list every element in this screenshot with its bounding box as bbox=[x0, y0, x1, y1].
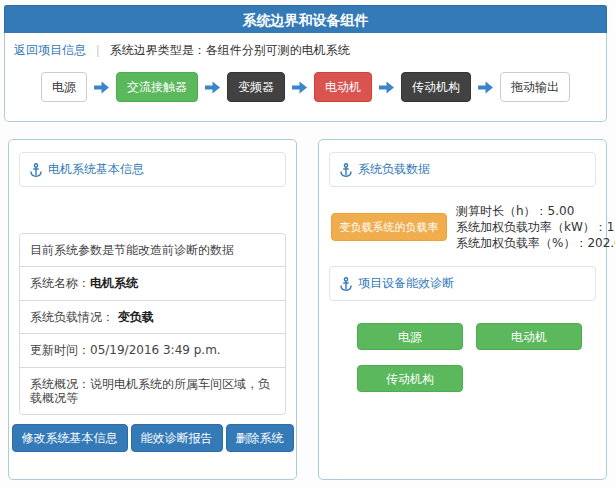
back-to-project-link[interactable]: 返回项目信息 bbox=[14, 42, 86, 59]
info-row-updated-time: 更新时间：05/19/2016 3:49 p.m. bbox=[20, 333, 285, 366]
system-load-panel: 系统负载数据 变负载系统的负载率 测算时长（h）：5.00 系统加权负载功率（k… bbox=[318, 139, 607, 480]
info-row-system-name: 系统名称：电机系统 bbox=[20, 266, 285, 299]
system-info-list: 目前系统参数是节能改造前诊断的数据 系统名称：电机系统 系统负载情况： 变负载 … bbox=[19, 233, 286, 415]
flow-node-motor[interactable]: 电动机 bbox=[314, 72, 372, 102]
section-title: 系统负载数据 bbox=[358, 161, 430, 178]
system-name-value: 电机系统 bbox=[90, 276, 138, 290]
equipment-diagnosis-header: 项目设备能效诊断 bbox=[329, 266, 596, 301]
motor-system-info-header: 电机系统基本信息 bbox=[19, 152, 286, 187]
stat-weighted-power: 系统加权负载功率（kW）：136.00 bbox=[456, 219, 615, 235]
info-row-note: 目前系统参数是节能改造前诊断的数据 bbox=[20, 234, 285, 266]
anchor-icon bbox=[30, 163, 42, 177]
system-actions: 修改系统基本信息 能效诊断报告 删除系统 bbox=[9, 424, 296, 452]
stat-weighted-load-rate: 系统加权负载率（%）：202.00 bbox=[456, 235, 615, 251]
efficiency-report-button[interactable]: 能效诊断报告 bbox=[131, 424, 223, 452]
arrow-right-icon bbox=[478, 81, 493, 94]
anchor-icon bbox=[340, 163, 352, 177]
page-title: 系统边界和设备组件 bbox=[4, 5, 607, 33]
component-flow-diagram: 电源 交流接触器 变频器 电动机 传动机构 拖动输出 bbox=[5, 72, 606, 102]
load-rate-section: 变负载系统的负载率 测算时长（h）：5.00 系统加权负载功率（kW）：136.… bbox=[331, 203, 598, 251]
load-condition-value: 变负载 bbox=[118, 310, 154, 324]
section-title: 电机系统基本信息 bbox=[48, 161, 144, 178]
flow-node-transmission[interactable]: 传动机构 bbox=[401, 72, 471, 102]
load-condition-label: 系统负载情况： bbox=[30, 310, 118, 324]
delete-system-button[interactable]: 删除系统 bbox=[226, 424, 294, 452]
flow-node-inverter[interactable]: 变频器 bbox=[227, 72, 285, 102]
edit-system-info-button[interactable]: 修改系统基本信息 bbox=[12, 424, 128, 452]
diagnose-motor-button[interactable]: 电动机 bbox=[476, 323, 582, 350]
flow-node-drag-output: 拖动输出 bbox=[500, 72, 570, 102]
stat-duration: 测算时长（h）：5.00 bbox=[456, 203, 615, 219]
system-name-label: 系统名称： bbox=[30, 276, 90, 290]
load-stats: 测算时长（h）：5.00 系统加权负载功率（kW）：136.00 系统加权负载率… bbox=[456, 203, 615, 251]
anchor-icon bbox=[340, 277, 352, 291]
diagnosis-buttons: 电源 电动机 传动机构 bbox=[357, 323, 589, 392]
system-boundary-body: 返回项目信息 ｜ 系统边界类型是：各组件分别可测的电机系统 电源 交流接触器 变… bbox=[4, 33, 607, 122]
diagnose-transmission-button[interactable]: 传动机构 bbox=[357, 365, 463, 392]
motor-system-info-panel: 电机系统基本信息 目前系统参数是节能改造前诊断的数据 系统名称：电机系统 系统负… bbox=[8, 139, 297, 480]
diagnose-power-supply-button[interactable]: 电源 bbox=[357, 323, 463, 350]
info-row-load-condition: 系统负载情况： 变负载 bbox=[20, 300, 285, 333]
system-load-header: 系统负载数据 bbox=[329, 152, 596, 187]
section-title: 项目设备能效诊断 bbox=[358, 275, 454, 292]
variable-load-rate-button[interactable]: 变负载系统的负载率 bbox=[331, 213, 447, 241]
arrow-right-icon bbox=[205, 81, 220, 94]
arrow-right-icon bbox=[94, 81, 109, 94]
flow-node-ac-contactor[interactable]: 交流接触器 bbox=[116, 72, 198, 102]
info-row-overview: 系统概况：说明电机系统的所属车间区域，负载概况等 bbox=[20, 367, 285, 415]
arrow-right-icon bbox=[292, 81, 307, 94]
boundary-type-text: 系统边界类型是：各组件分别可测的电机系统 bbox=[110, 42, 350, 59]
breadcrumb-separator: ｜ bbox=[92, 42, 104, 59]
arrow-right-icon bbox=[379, 81, 394, 94]
flow-node-power-supply: 电源 bbox=[41, 72, 87, 102]
breadcrumb: 返回项目信息 ｜ 系统边界类型是：各组件分别可测的电机系统 bbox=[5, 33, 606, 59]
system-boundary-card: 系统边界和设备组件 返回项目信息 ｜ 系统边界类型是：各组件分别可测的电机系统 … bbox=[4, 5, 607, 122]
